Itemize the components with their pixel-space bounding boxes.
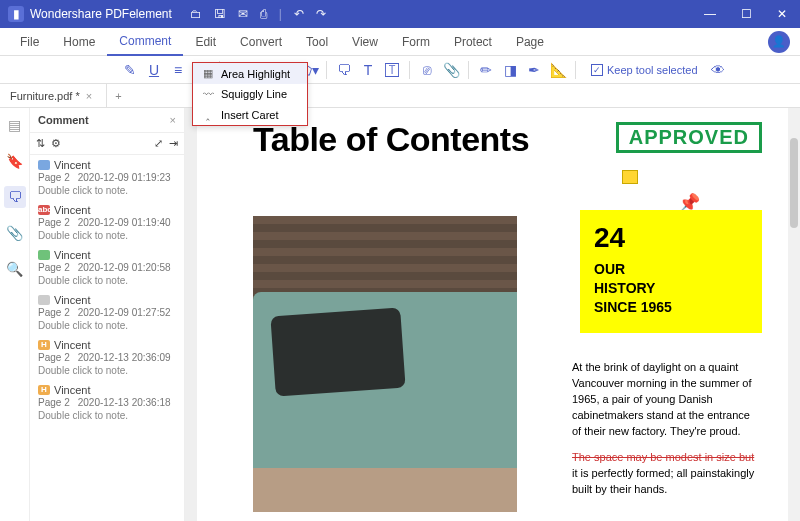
search-icon[interactable]: 🔍 bbox=[4, 258, 26, 280]
comments-panel-icon[interactable]: 🗨 bbox=[4, 186, 26, 208]
print-icon[interactable]: ⎙ bbox=[260, 7, 267, 21]
comment-timestamp: 2020-12-09 01:19:40 bbox=[78, 217, 171, 228]
typewriter-icon[interactable]: T bbox=[358, 60, 378, 80]
pdf-page: Table of Contents APPROVED 📌 24 OUR HIST… bbox=[197, 108, 788, 521]
menu-home[interactable]: Home bbox=[51, 28, 107, 56]
comment-toolbar: ✎ U ≡ ≡▾ ▢ ◯ ↗ ⬠▾ 🗨 T 🅃 ⎚ 📎 ✏ ◨ ✒ 📐 ✓ Ke… bbox=[0, 56, 800, 84]
sticky-note-icon[interactable] bbox=[622, 170, 638, 184]
minimize-button[interactable]: — bbox=[692, 0, 728, 28]
comment-entry[interactable]: abcVincentPage 22020-12-09 01:19:40Doubl… bbox=[30, 200, 184, 245]
attachments-panel-icon[interactable]: 📎 bbox=[4, 222, 26, 244]
panel-title: Comment bbox=[38, 114, 170, 126]
sign-icon[interactable]: ✒ bbox=[524, 60, 544, 80]
filter-icon[interactable]: ⚙ bbox=[51, 137, 61, 150]
comments-panel: Comment × ⇅ ⚙ ⤢ ⇥ VincentPage 22020-12-0… bbox=[30, 108, 185, 521]
menubar: File Home Comment Edit Convert Tool View… bbox=[0, 28, 800, 56]
menu-convert[interactable]: Convert bbox=[228, 28, 294, 56]
export-icon[interactable]: ⇥ bbox=[169, 137, 178, 150]
expand-icon[interactable]: ⤢ bbox=[154, 137, 163, 150]
comment-timestamp: 2020-12-09 01:27:52 bbox=[78, 307, 171, 318]
comment-entry[interactable]: HVincentPage 22020-12-13 20:36:09Double … bbox=[30, 335, 184, 380]
dropdown-item-area-highlight[interactable]: ▦Area Highlight bbox=[193, 63, 307, 84]
bookmarks-icon[interactable]: 🔖 bbox=[4, 150, 26, 172]
comment-author: Vincent bbox=[54, 159, 91, 171]
hide-comments-icon[interactable]: 👁 bbox=[708, 60, 728, 80]
comment-author: Vincent bbox=[54, 384, 91, 396]
measure-icon[interactable]: 📐 bbox=[548, 60, 568, 80]
keep-tool-label: Keep tool selected bbox=[607, 64, 698, 76]
eraser-icon[interactable]: ◨ bbox=[500, 60, 520, 80]
comment-timestamp: 2020-12-13 20:36:09 bbox=[78, 352, 171, 363]
open-icon[interactable]: 🗀 bbox=[190, 7, 202, 21]
menu-form[interactable]: Form bbox=[390, 28, 442, 56]
document-tabs: Furniture.pdf * × + bbox=[0, 84, 800, 108]
menu-edit[interactable]: Edit bbox=[183, 28, 228, 56]
comment-note: Double click to note. bbox=[38, 230, 176, 241]
comment-entry[interactable]: HVincentPage 22020-12-13 20:36:18Double … bbox=[30, 380, 184, 425]
add-tab-button[interactable]: + bbox=[107, 90, 129, 102]
menu-file[interactable]: File bbox=[8, 28, 51, 56]
comment-entry[interactable]: VincentPage 22020-12-09 01:20:58Double c… bbox=[30, 245, 184, 290]
save-icon[interactable]: 🖫 bbox=[214, 7, 226, 21]
comment-note: Double click to note. bbox=[38, 275, 176, 286]
comment-author: Vincent bbox=[54, 294, 91, 306]
app-logo-icon: ▮ bbox=[8, 6, 24, 22]
stamp-icon[interactable]: ⎚ bbox=[417, 60, 437, 80]
tab-close-icon[interactable]: × bbox=[86, 90, 92, 102]
close-button[interactable]: ✕ bbox=[764, 0, 800, 28]
scrollbar-thumb[interactable] bbox=[790, 138, 798, 228]
menu-comment[interactable]: Comment bbox=[107, 28, 183, 56]
redo-icon[interactable]: ↷ bbox=[316, 7, 326, 21]
maximize-button[interactable]: ☐ bbox=[728, 0, 764, 28]
comment-type-icon: H bbox=[38, 340, 50, 350]
comment-type-icon bbox=[38, 160, 50, 170]
comment-type-icon: abc bbox=[38, 205, 50, 215]
comment-page: Page 2 bbox=[38, 172, 70, 183]
comment-entry[interactable]: VincentPage 22020-12-09 01:27:52Double c… bbox=[30, 290, 184, 335]
menu-tool[interactable]: Tool bbox=[294, 28, 340, 56]
area-highlight[interactable]: 24 OUR HISTORY SINCE 1965 bbox=[580, 210, 762, 333]
user-avatar-icon[interactable]: 👤 bbox=[768, 31, 790, 53]
dropdown-item-squiggly[interactable]: 〰Squiggly Line bbox=[193, 84, 307, 104]
menu-view[interactable]: View bbox=[340, 28, 390, 56]
comment-author: Vincent bbox=[54, 339, 91, 351]
panel-close-icon[interactable]: × bbox=[170, 114, 176, 126]
comment-type-icon bbox=[38, 295, 50, 305]
pencil-icon[interactable]: ✏ bbox=[476, 60, 496, 80]
feature-text: OUR HISTORY SINCE 1965 bbox=[594, 260, 748, 317]
undo-icon[interactable]: ↶ bbox=[294, 7, 304, 21]
comment-timestamp: 2020-12-13 20:36:18 bbox=[78, 397, 171, 408]
note-icon[interactable]: 🗨 bbox=[334, 60, 354, 80]
caret-icon: ‸ bbox=[201, 108, 215, 121]
attachment-icon[interactable]: 📎 bbox=[441, 60, 461, 80]
comment-page: Page 2 bbox=[38, 397, 70, 408]
comment-timestamp: 2020-12-09 01:20:58 bbox=[78, 262, 171, 273]
comment-note: Double click to note. bbox=[38, 185, 176, 196]
comment-note: Double click to note. bbox=[38, 410, 176, 421]
mail-icon[interactable]: ✉ bbox=[238, 7, 248, 21]
comment-page: Page 2 bbox=[38, 262, 70, 273]
document-viewport[interactable]: ◂ Table of Contents APPROVED 📌 24 OUR HI… bbox=[185, 108, 800, 521]
comment-note: Double click to note. bbox=[38, 320, 176, 331]
keep-tool-checkbox[interactable]: ✓ bbox=[591, 64, 603, 76]
underline-icon[interactable]: U bbox=[144, 60, 164, 80]
strikeout-annotation[interactable]: The space may be modest in size but bbox=[572, 451, 754, 463]
document-tab[interactable]: Furniture.pdf * × bbox=[0, 84, 107, 108]
vertical-scrollbar[interactable] bbox=[788, 108, 800, 521]
comment-page: Page 2 bbox=[38, 217, 70, 228]
area-highlight-icon: ▦ bbox=[201, 67, 215, 80]
highlight-icon[interactable]: ✎ bbox=[120, 60, 140, 80]
menu-page[interactable]: Page bbox=[504, 28, 556, 56]
strikeout-icon[interactable]: ≡ bbox=[168, 60, 188, 80]
furniture-photo bbox=[253, 216, 517, 512]
dropdown-item-caret[interactable]: ‸Insert Caret bbox=[193, 104, 307, 125]
comment-entry[interactable]: VincentPage 22020-12-09 01:19:23Double c… bbox=[30, 155, 184, 200]
thumbnails-icon[interactable]: ▤ bbox=[4, 114, 26, 136]
menu-protect[interactable]: Protect bbox=[442, 28, 504, 56]
approved-stamp[interactable]: APPROVED bbox=[616, 122, 762, 153]
textbox-icon[interactable]: 🅃 bbox=[382, 60, 402, 80]
feature-number: 24 bbox=[594, 222, 748, 254]
app-title: Wondershare PDFelement bbox=[30, 7, 172, 21]
sort-icon[interactable]: ⇅ bbox=[36, 137, 45, 150]
comment-note: Double click to note. bbox=[38, 365, 176, 376]
